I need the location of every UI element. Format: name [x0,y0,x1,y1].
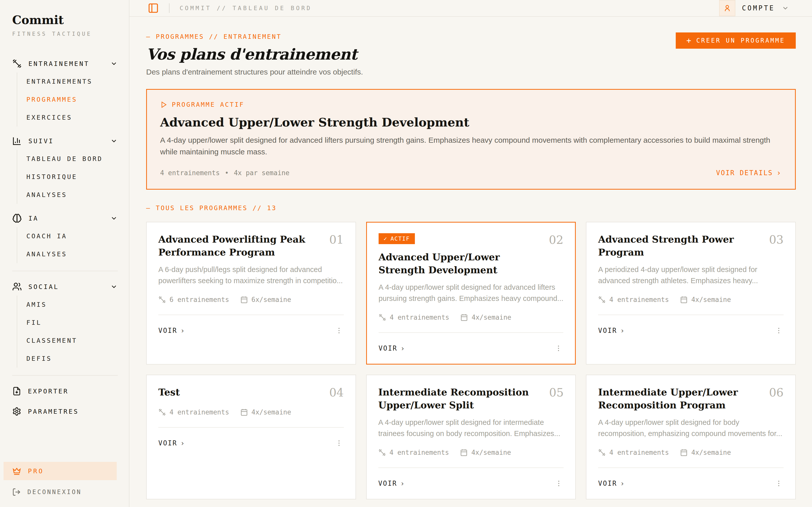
sidebar-group-label: IA [29,215,39,222]
chevron-right-icon: › [620,327,625,335]
program-title: Advanced Strength Power Program [598,233,762,259]
sidebar-group-suivi[interactable]: SUIVI [12,134,118,148]
card-footer: VOIR› [158,438,344,448]
program-title: Intermediate Recomposition Upper/Lower S… [378,386,542,412]
card-divider [598,467,783,468]
sidebar-item-exporter[interactable]: EXPORTER [12,384,118,398]
program-meta: 4 entrainements4x/semaine [598,296,783,303]
card-footer: VOIR› [378,478,564,488]
card-divider [378,332,564,333]
calendar-icon [460,314,468,321]
sidebar-sublist: COACH IAANALYSES [17,227,118,263]
program-number: 06 [769,387,783,398]
card-footer: VOIR› [598,478,783,488]
sidebar-item-exercices[interactable]: EXERCICES [27,109,118,126]
card-divider [158,427,344,428]
sidebar-group-label: SOCIAL [29,283,59,290]
sidebar-item-coach-ia[interactable]: COACH IA [27,227,118,245]
user-icon [723,4,731,12]
more-options-button[interactable] [334,438,344,448]
view-program-link[interactable]: VOIR› [598,480,625,488]
view-details-label: VOIR DETAILS [716,169,773,177]
plus-icon: + [687,36,691,45]
card-head: ✓ACTIFAdvanced Upper/Lower Strength Deve… [378,233,564,277]
active-program-workouts: 4 entrainements [160,169,220,177]
workouts-label: 4 entrainements [390,314,449,321]
more-options-button[interactable] [774,478,783,488]
sidebar-item-historique[interactable]: HISTORIQUE [27,168,118,186]
chevron-right-icon: › [181,439,186,447]
account-label: COMPTE [742,4,775,12]
sidebar-item-programmes[interactable]: PROGRAMMES [27,91,118,109]
app-logo: Commit FITNESS TACTIQUE [12,13,118,37]
program-title: Intermediate Upper/Lower Recomposition P… [598,386,762,412]
gear-icon [12,407,21,416]
main-area: COMMIT // TABLEAU DE BORD COMPTE — PROGR… [130,0,812,507]
program-card[interactable]: ✓ACTIFAdvanced Upper/Lower Strength Deve… [366,222,576,364]
workouts-label: 6 entrainements [169,296,229,303]
kebab-icon [555,480,563,487]
sidebar-item-classement[interactable]: CLASSEMENT [27,332,118,350]
create-program-button[interactable]: + CREER UN PROGRAMME [676,33,796,49]
log-out-icon [12,488,21,496]
view-program-link[interactable]: VOIR› [598,327,625,335]
sidebar-sublist: AMISFILCLASSEMENTDEFIS [17,295,118,368]
users-icon [12,282,22,291]
program-title: Advanced Upper/Lower Strength Developmen… [378,251,542,277]
more-options-button[interactable] [554,478,564,488]
programs-grid: Advanced Powerlifting Peak Performance P… [146,222,796,507]
more-options-button[interactable] [554,343,563,353]
sidebar-item-analyses[interactable]: ANALYSES [27,186,118,204]
chevron-down-icon [781,4,789,12]
view-program-link[interactable]: VOIR› [378,344,405,353]
sidebar-item-fil[interactable]: FIL [27,314,118,332]
card-left: Advanced Strength Power Program [598,233,769,259]
program-card[interactable]: Advanced Strength Power Program03A perio… [586,222,796,364]
account-menu[interactable]: COMPTE [719,0,789,16]
program-card[interactable]: Advanced Powerlifting Peak Performance P… [146,222,356,364]
sidebar-item-label: PARAMETRES [28,408,79,415]
chevron-down-icon [110,215,118,222]
more-options-button[interactable] [334,326,344,335]
card-divider [378,467,564,468]
workouts-label: 4 entrainements [609,296,669,303]
card-head: Advanced Strength Power Program03 [598,233,783,259]
program-description: A 4-day upper/lower split designed for b… [598,417,783,439]
sidebar-item-analyses[interactable]: ANALYSES [27,245,118,263]
frequency-label: 4x/semaine [471,314,511,321]
sidebar-item-amis[interactable]: AMIS [27,295,118,314]
bullet-separator: • [225,169,229,177]
sidebar-toggle-button[interactable] [148,3,159,14]
sidebar-item-defis[interactable]: DEFIS [27,350,118,368]
kebab-icon [555,344,562,352]
active-program-card[interactable]: PROGRAMME ACTIF Advanced Upper/Lower Str… [146,89,796,189]
calendar-icon [240,296,248,303]
chevron-down-icon [110,60,118,67]
sidebar-item-entrainements[interactable]: ENTRAINEMENTS [27,72,118,91]
program-card[interactable]: Test044 entrainements4x/semaineVOIR› [146,375,356,499]
frequency-meta: 6x/semaine [240,296,291,303]
program-card[interactable]: Intermediate Upper/Lower Recomposition P… [586,375,796,499]
bar-chart-icon [12,136,22,146]
kebab-icon [335,439,343,447]
dumbbell-icon [598,296,606,303]
view-label: VOIR [598,327,617,334]
view-program-link[interactable]: VOIR› [158,327,185,335]
sidebar-item-pro[interactable]: PRO [4,462,117,480]
sidebar-group-social[interactable]: SOCIAL [12,280,118,293]
sidebar-item-tableau-de-bord[interactable]: TABLEAU DE BORD [27,150,118,168]
sidebar-group-ia[interactable]: IA [12,212,118,225]
dumbbell-icon [158,408,166,416]
frequency-meta: 4x/semaine [240,408,291,416]
more-options-button[interactable] [774,326,783,335]
program-meta: 4 entrainements4x/semaine [158,408,344,416]
program-card[interactable]: Intermediate Recomposition Upper/Lower S… [366,375,576,499]
sidebar-group-entrainement[interactable]: ENTRAINEMENT [12,57,118,70]
view-details-link[interactable]: VOIR DETAILS › [716,168,782,177]
sidebar-item-parametres[interactable]: PARAMETRES [12,405,118,418]
chevron-right-icon: › [776,168,782,177]
card-head: Intermediate Recomposition Upper/Lower S… [378,386,564,412]
sidebar-item-logout[interactable]: DECONNEXION [12,488,118,496]
view-program-link[interactable]: VOIR› [158,439,185,447]
view-program-link[interactable]: VOIR› [378,480,405,488]
